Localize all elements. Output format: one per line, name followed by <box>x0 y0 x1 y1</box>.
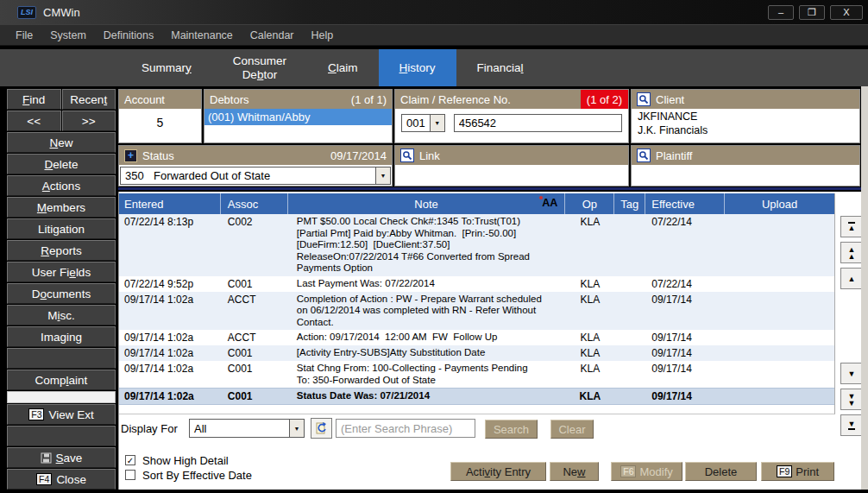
sidebar-new[interactable]: New <box>7 132 116 153</box>
menu-definitions[interactable]: Definitions <box>95 26 162 45</box>
f6-key-icon: F6 <box>620 465 636 477</box>
sidebar-close[interactable]: F4Close <box>7 469 116 490</box>
minimize-button[interactable]: – <box>768 5 794 20</box>
new-button[interactable]: New <box>550 462 599 481</box>
maximize-button[interactable]: ❐ <box>799 5 825 20</box>
app-logo-icon: LSI <box>17 6 36 19</box>
section-divider <box>118 186 861 191</box>
client-code: JKFINANCE <box>638 111 853 124</box>
display-for-select[interactable]: All ▼ <box>189 419 305 438</box>
chevron-down-icon[interactable]: ▼ <box>289 420 304 437</box>
client-panel: Client JKFINANCE J.K. Financials <box>631 89 860 143</box>
sidebar-misc[interactable]: Misc. <box>7 305 116 326</box>
sidebar-delete[interactable]: Delete <box>7 154 116 174</box>
table-row[interactable]: 07/22/14 8:13pC002PMT $50.00 Local Check… <box>119 214 834 276</box>
status-select[interactable]: 350 Forwarded Out of State ▼ <box>120 167 391 185</box>
col-assoc[interactable]: Assoc <box>221 193 288 214</box>
table-row[interactable]: 09/17/14 1:02aC001Stat Chng From: 100-Co… <box>119 361 834 388</box>
sidebar-documents[interactable]: Documents <box>7 283 116 304</box>
col-tag[interactable]: Tag <box>614 193 645 214</box>
tab-history[interactable]: History <box>379 49 456 86</box>
sidebar-complaint[interactable]: Complaint <box>7 370 116 390</box>
sidebar-members[interactable]: Members <box>7 197 116 218</box>
clear-button[interactable]: Clear <box>550 420 594 439</box>
menu-file[interactable]: File <box>7 26 41 45</box>
menu-system[interactable]: System <box>41 26 95 45</box>
activity-entry-button[interactable]: Activity Entry <box>450 462 546 481</box>
claim-seq-select[interactable]: 001 ▼ <box>401 114 445 132</box>
sidebar-prev[interactable]: << <box>7 111 61 131</box>
status-expand-icon[interactable]: + <box>124 149 137 162</box>
font-size-icon[interactable]: AA <box>542 197 557 209</box>
scroll-bottom-button[interactable]: ▼ <box>840 414 863 436</box>
tab-summary[interactable]: Summary <box>121 49 212 86</box>
tab-bar: SummaryConsumerDebtorClaimHistoryFinanci… <box>0 49 868 86</box>
link-panel: Link <box>394 145 629 186</box>
plaintiff-panel: Plaintiff <box>631 145 860 186</box>
save-icon <box>41 452 52 464</box>
debtor-selected-item[interactable]: (001) Whitman/Abby <box>204 109 392 125</box>
sidebar-blank-button[interactable] <box>7 426 116 446</box>
close-button[interactable]: X <box>830 5 863 20</box>
modify-button[interactable]: F6 Modify <box>611 462 682 481</box>
sidebar-actions[interactable]: Actions <box>7 175 116 196</box>
sidebar-user-fields[interactable]: User Fields <box>7 262 116 282</box>
claim-header: Claim / Reference No. <box>400 93 511 106</box>
window-title: CMWin <box>43 6 80 19</box>
sidebar-save[interactable]: Save <box>7 447 116 468</box>
col-upload[interactable]: Upload <box>725 193 834 214</box>
sidebar-imaging[interactable]: Imaging <box>7 326 116 347</box>
sidebar-litigation[interactable]: Litigation <box>7 218 116 239</box>
title-bar: LSI CMWin – ❐ X <box>0 0 868 24</box>
sidebar-view-ext[interactable]: F3View Ext <box>7 404 116 425</box>
tab-claim[interactable]: Claim <box>307 49 379 86</box>
link-lookup-icon[interactable] <box>400 149 414 162</box>
sidebar-reports[interactable]: Reports <box>7 240 116 261</box>
claim-count-badge: (1 of 2) <box>581 90 628 109</box>
col-note[interactable]: Note AA <box>288 193 566 214</box>
history-table: Entered Assoc Note AA Op Tag Effective U… <box>119 193 835 414</box>
table-row[interactable]: 07/22/14 9:52pC001Last Payment Was: 07/2… <box>119 276 834 292</box>
sidebar-recent[interactable]: Recent <box>62 89 116 110</box>
show-high-detail-label: Show High Detail <box>142 454 229 467</box>
menu-calendar[interactable]: Calendar <box>242 26 303 45</box>
window-edge <box>861 86 868 490</box>
scroll-page-up-button[interactable]: ▲▲ <box>840 242 863 263</box>
history-workarea: Entered Assoc Note AA Op Tag Effective U… <box>118 192 861 490</box>
tab-financial[interactable]: Financial <box>456 49 544 86</box>
search-phrase-input[interactable] <box>336 419 475 438</box>
col-effective[interactable]: Effective <box>645 193 725 214</box>
scroll-up-button[interactable]: ▲ <box>840 268 863 289</box>
table-row[interactable]: 09/17/14 1:02aACCTAction: 09/17/2014 12:… <box>119 330 834 345</box>
menu-maintenance[interactable]: Maintenance <box>162 26 242 45</box>
sidebar-next[interactable]: >> <box>62 111 116 131</box>
sort-by-effective-date-checkbox[interactable] <box>125 470 135 480</box>
scroll-down-button[interactable]: ▼ <box>840 363 863 384</box>
sidebar-find[interactable]: Find <box>7 89 61 110</box>
claim-reference-input[interactable] <box>454 114 622 132</box>
tab-consumer-debtor[interactable]: ConsumerDebtor <box>212 49 307 86</box>
sidebar-blank-button[interactable] <box>7 348 116 369</box>
show-high-detail-checkbox[interactable]: ✓ <box>125 455 135 465</box>
chevron-down-icon[interactable]: ▼ <box>375 167 390 184</box>
scroll-top-button[interactable]: ▲ <box>840 216 863 237</box>
client-header: Client <box>656 93 684 106</box>
search-button[interactable]: Search <box>485 420 538 439</box>
refresh-list-button[interactable] <box>311 418 332 439</box>
f3-key-icon: F3 <box>28 408 44 420</box>
menu-help[interactable]: Help <box>303 26 343 45</box>
table-row[interactable]: 09/17/14 1:02aC001Status Date Was: 07/21… <box>119 388 834 405</box>
table-row[interactable]: 09/17/14 1:02aACCTCompletion of Action :… <box>119 292 834 331</box>
chevron-down-icon[interactable]: ▼ <box>430 115 444 131</box>
delete-button[interactable]: Delete <box>685 462 757 481</box>
table-header: Entered Assoc Note AA Op Tag Effective U… <box>119 193 834 214</box>
client-lookup-icon[interactable] <box>637 92 651 106</box>
col-op[interactable]: Op <box>565 193 614 214</box>
plaintiff-lookup-icon[interactable] <box>637 149 651 162</box>
col-entered[interactable]: Entered <box>119 193 221 214</box>
print-button[interactable]: F9 Print <box>761 462 834 481</box>
status-header: Status <box>142 149 174 162</box>
sort-by-effective-date-label: Sort By Effective Date <box>142 469 252 482</box>
table-row[interactable]: 09/17/14 1:02aC001[Activity Entry-SUBS]A… <box>119 345 834 361</box>
scroll-page-down-button[interactable]: ▼▼ <box>840 389 863 410</box>
